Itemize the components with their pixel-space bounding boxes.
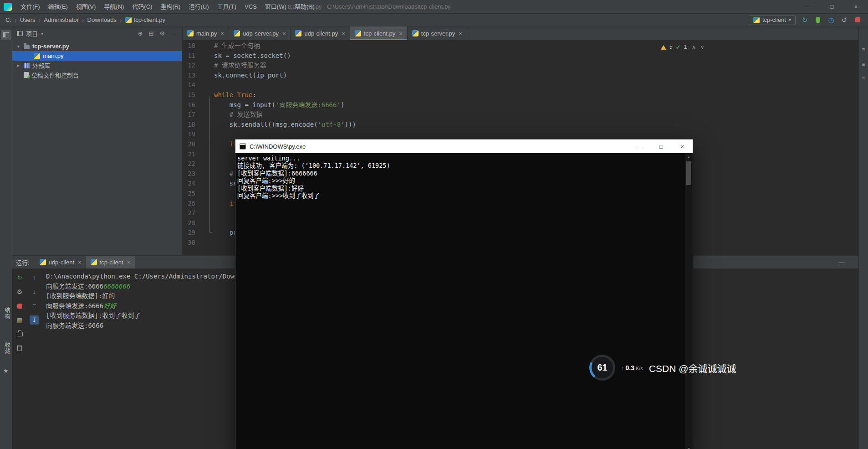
line-number[interactable]: 10: [183, 41, 195, 51]
scroll-to-end-icon[interactable]: ↧: [30, 315, 39, 325]
hamburger-icon[interactable]: ≡: [862, 46, 865, 53]
breadcrumb-item[interactable]: Downloads: [87, 16, 117, 23]
prev-issue-icon[interactable]: ∧: [692, 42, 695, 52]
hide-run-panel-icon[interactable]: —: [839, 259, 858, 266]
stop-icon[interactable]: [15, 301, 24, 310]
editor-tab-udp-server.py[interactable]: udp-server.py×: [229, 26, 291, 40]
menu-item[interactable]: 运行(U): [184, 0, 213, 14]
console-minimize-button[interactable]: —: [630, 139, 651, 153]
tree-item[interactable]: ▾tcp-server.py: [12, 41, 182, 51]
breadcrumb-item[interactable]: C:: [5, 16, 11, 23]
tree-item[interactable]: 草稿文件和控制台: [12, 70, 182, 80]
menu-item[interactable]: 文件(F): [16, 0, 44, 14]
titlebar[interactable]: 文件(F)编辑(E)视图(V)导航(N)代码(C)重构(R)运行(U)工具(T)…: [0, 0, 868, 14]
line-number[interactable]: 16: [183, 100, 195, 110]
cmd-console-window[interactable]: C:\WINDOWS\py.exe — □ × server waiting..…: [235, 139, 693, 449]
coverage-icon[interactable]: ↺: [840, 16, 848, 24]
code-line[interactable]: # 发送数据: [214, 110, 858, 120]
run-configuration-select[interactable]: tcp-client ▾: [749, 15, 796, 25]
editor-gutter[interactable]: 1011121314151617181920212223242526272829…: [183, 40, 206, 255]
breadcrumb-item[interactable]: Administrator: [44, 16, 79, 23]
next-issue-icon[interactable]: ∨: [700, 42, 704, 52]
line-number[interactable]: 19: [183, 129, 195, 139]
scroll-up-icon[interactable]: ▲: [687, 153, 691, 161]
line-number[interactable]: 23: [183, 169, 195, 179]
chevron-down-icon[interactable]: ▾: [41, 31, 43, 36]
code-line[interactable]: [214, 129, 858, 139]
favorites-star-icon[interactable]: ★: [3, 367, 9, 374]
stop-icon[interactable]: [853, 16, 862, 24]
tree-item[interactable]: ▸外部库: [12, 61, 182, 70]
close-icon[interactable]: ×: [127, 259, 131, 266]
menu-item[interactable]: 编辑(E): [44, 0, 72, 14]
code-line[interactable]: while True:: [214, 90, 858, 100]
line-number[interactable]: 29: [183, 228, 195, 238]
inspection-widget[interactable]: 5 ✔ 1 ∧ ∨: [661, 42, 704, 52]
scrollbar-thumb[interactable]: [686, 161, 691, 185]
up-arrow-icon[interactable]: ↑: [30, 273, 39, 282]
run-tab-udp-client[interactable]: udp-client×: [35, 256, 86, 268]
hamburger-icon[interactable]: ≡: [862, 76, 865, 82]
code-line[interactable]: # 请求链接服务器: [214, 61, 858, 71]
editor-tab-tcp-client.py[interactable]: tcp-client.py×: [350, 26, 408, 40]
line-number[interactable]: 11: [183, 51, 195, 61]
line-number[interactable]: 20: [183, 139, 195, 150]
line-number[interactable]: 12: [183, 61, 195, 71]
line-number[interactable]: 26: [183, 199, 195, 209]
line-number[interactable]: 15: [183, 90, 195, 100]
menu-item[interactable]: VCS: [240, 0, 261, 14]
close-icon[interactable]: ×: [221, 30, 225, 37]
close-icon[interactable]: ×: [342, 30, 345, 37]
close-icon[interactable]: ×: [282, 30, 286, 37]
code-line[interactable]: [214, 80, 858, 90]
line-number[interactable]: 30: [183, 238, 195, 248]
line-number[interactable]: 24: [183, 179, 195, 189]
debug-icon[interactable]: [814, 16, 822, 24]
close-button[interactable]: ×: [844, 0, 868, 13]
menu-item[interactable]: 视图(V): [72, 0, 100, 14]
menu-item[interactable]: 导航(N): [100, 0, 128, 14]
line-number[interactable]: 25: [183, 189, 195, 199]
printer-icon[interactable]: [15, 330, 24, 339]
line-number[interactable]: 17: [183, 110, 195, 120]
line-number[interactable]: 27: [183, 208, 195, 218]
line-number[interactable]: 22: [183, 159, 195, 169]
down-arrow-icon[interactable]: ↓: [30, 287, 39, 296]
tool-button-favorites[interactable]: 收藏: [3, 342, 11, 355]
profiler-icon[interactable]: ◷: [827, 16, 835, 24]
console-scrollbar[interactable]: ▲ ▼: [685, 153, 693, 449]
code-line[interactable]: sk.connect(ip_port): [214, 71, 858, 81]
tool-button-structure[interactable]: 结构: [3, 307, 11, 320]
rerun-icon[interactable]: ↻: [801, 16, 809, 24]
line-number[interactable]: 28: [183, 218, 195, 228]
line-number[interactable]: 21: [183, 150, 195, 160]
menu-item[interactable]: 代码(C): [128, 0, 156, 14]
breadcrumb-item[interactable]: Users: [20, 16, 36, 23]
console-titlebar[interactable]: C:\WINDOWS\py.exe — □ ×: [235, 139, 693, 153]
minimize-button[interactable]: —: [796, 0, 820, 13]
hide-panel-icon[interactable]: —: [171, 30, 177, 37]
editor-tab-main.py[interactable]: main.py×: [183, 26, 229, 40]
menu-item[interactable]: 工具(T): [213, 0, 240, 14]
menu-item[interactable]: 窗口(W): [261, 0, 291, 14]
run-tab-tcp-client[interactable]: tcp-client×: [86, 256, 135, 268]
breadcrumb-item[interactable]: tcp-client.py: [125, 16, 165, 23]
editor-tab-udp-client.py[interactable]: udp-client.py×: [291, 26, 350, 40]
console-output[interactable]: server waiting...链接成功, 客户端为: ('100.71.17…: [235, 153, 693, 449]
hamburger-icon[interactable]: ≡: [862, 61, 865, 67]
tree-item[interactable]: main.py: [12, 51, 182, 61]
code-line[interactable]: # 生成一个句柄: [214, 41, 858, 51]
scroll-down-icon[interactable]: ▼: [687, 445, 691, 449]
rerun-icon[interactable]: ↻: [15, 273, 24, 282]
code-line[interactable]: msg = input('向服务端发送:6666'): [214, 100, 858, 110]
close-icon[interactable]: ×: [78, 259, 82, 266]
menu-item[interactable]: 重构(R): [156, 0, 184, 14]
maximize-button[interactable]: □: [820, 0, 844, 13]
trash-icon[interactable]: [15, 344, 24, 353]
console-maximize-button[interactable]: □: [651, 139, 672, 153]
line-number[interactable]: 18: [183, 120, 195, 130]
line-number[interactable]: 14: [183, 80, 195, 90]
settings-icon[interactable]: ⚙: [159, 30, 165, 37]
stack-icon[interactable]: ≡: [30, 301, 39, 310]
collapse-all-icon[interactable]: ⊟: [148, 30, 153, 37]
